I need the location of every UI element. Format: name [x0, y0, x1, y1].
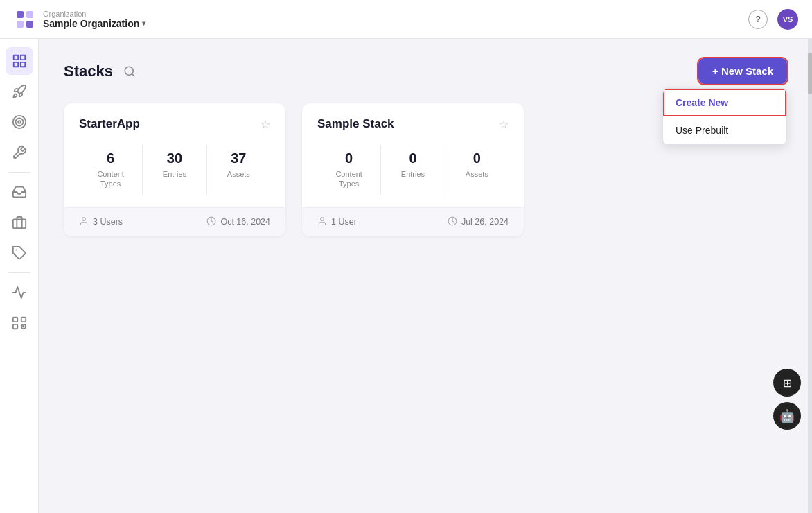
- svg-rect-7: [13, 62, 17, 67]
- svg-rect-2: [26, 11, 33, 18]
- date-meta-samplestack: Jul 26, 2024: [448, 216, 509, 228]
- users-meta-samplestack: 1 User: [317, 216, 357, 228]
- card-footer-starterapp: 3 Users Oct 16, 2024: [64, 207, 285, 236]
- page-title: Stacks: [64, 62, 113, 80]
- sidebar-item-rocket[interactable]: [6, 78, 33, 105]
- star-button-starterapp[interactable]: ☆: [261, 118, 270, 131]
- users-icon-samplestack: [317, 216, 327, 228]
- card-title-starterapp: StarterApp: [79, 117, 140, 131]
- card-stats-samplestack: 0 ContentTypes 0 Entries 0 Assets: [317, 145, 509, 195]
- scrollbar[interactable]: [808, 39, 812, 513]
- users-meta-starterapp: 3 Users: [79, 216, 123, 228]
- card-body-starterapp: StarterApp ☆ 6 ContentTypes 30 Entries: [64, 103, 285, 207]
- stack-card-starterapp: StarterApp ☆ 6 ContentTypes 30 Entries: [64, 103, 285, 236]
- date-meta-starterapp: Oct 16, 2024: [206, 216, 270, 228]
- stat-entries-samplestack: 0 Entries: [381, 145, 445, 195]
- sidebar-item-activity[interactable]: [6, 279, 33, 306]
- clock-icon-samplestack: [448, 216, 457, 228]
- svg-rect-3: [17, 21, 24, 28]
- sidebar-item-target[interactable]: [6, 108, 33, 136]
- new-stack-button[interactable]: + New Stack: [698, 58, 787, 84]
- page-header: Stacks + New Stack Create New Use Prebui…: [64, 58, 787, 84]
- date-label-samplestack: Jul 26, 2024: [461, 217, 509, 227]
- star-button-samplestack[interactable]: ☆: [499, 118, 509, 131]
- scrollbar-thumb[interactable]: [808, 53, 812, 94]
- svg-rect-12: [12, 219, 25, 228]
- svg-point-10: [15, 119, 23, 126]
- card-header-starterapp: StarterApp ☆: [79, 117, 270, 131]
- page-title-row: Stacks: [64, 62, 139, 81]
- avatar[interactable]: VS: [777, 9, 798, 30]
- svg-point-11: [18, 121, 21, 123]
- stat-assets-starterapp: 37 Assets: [207, 145, 270, 195]
- org-dropdown-arrow: ▾: [142, 19, 145, 27]
- svg-rect-16: [12, 324, 17, 329]
- svg-line-19: [132, 73, 134, 76]
- sidebar-item-briefcase[interactable]: [6, 209, 33, 236]
- sidebar-item-settings[interactable]: [6, 309, 33, 337]
- users-icon-starterapp: [79, 216, 89, 228]
- create-new-option[interactable]: Create New: [663, 89, 786, 116]
- card-title-samplestack: Sample Stack: [317, 117, 394, 131]
- stack-card-samplestack: Sample Stack ☆ 0 ContentTypes 0 Entries: [302, 103, 524, 236]
- logo-icon: [14, 8, 36, 31]
- help-button[interactable]: ?: [748, 10, 768, 29]
- search-button[interactable]: [120, 62, 139, 81]
- stat-content-types-samplestack: 0 ContentTypes: [317, 145, 381, 195]
- svg-rect-4: [26, 21, 33, 28]
- content-area: Stacks + New Stack Create New Use Prebui…: [39, 39, 812, 513]
- stat-content-types-starterapp: 6 ContentTypes: [79, 145, 143, 195]
- org-label: Organization: [43, 10, 145, 18]
- new-stack-dropdown: Create New Use Prebuilt: [662, 88, 787, 145]
- svg-rect-6: [20, 55, 24, 60]
- date-label-starterapp: Oct 16, 2024: [220, 217, 270, 227]
- org-name-dropdown[interactable]: Sample Organization ▾: [43, 18, 145, 29]
- svg-rect-8: [20, 62, 24, 67]
- sidebar-item-tool[interactable]: [6, 139, 33, 166]
- svg-rect-1: [17, 11, 24, 18]
- sidebar-item-inbox[interactable]: [6, 178, 33, 206]
- sidebar-divider-1: [8, 172, 30, 173]
- sidebar-item-puzzle[interactable]: [6, 239, 33, 267]
- clock-icon-starterapp: [206, 216, 216, 228]
- users-label-samplestack: 1 User: [331, 217, 357, 227]
- card-body-samplestack: Sample Stack ☆ 0 ContentTypes 0 Entries: [302, 103, 524, 207]
- stat-entries-starterapp: 30 Entries: [143, 145, 206, 195]
- users-label-starterapp: 3 Users: [93, 217, 123, 227]
- org-info: Organization Sample Organization ▾: [43, 10, 145, 29]
- float-buttons: ⊞ 🤖: [773, 369, 801, 430]
- card-footer-samplestack: 1 User Jul 26, 2024: [302, 207, 524, 236]
- stat-assets-samplestack: 0 Assets: [445, 145, 509, 195]
- sidebar: [0, 39, 39, 513]
- svg-point-22: [321, 217, 324, 220]
- topbar-left: Organization Sample Organization ▾: [14, 8, 145, 31]
- svg-point-20: [82, 217, 86, 220]
- svg-rect-14: [12, 318, 17, 322]
- svg-rect-15: [21, 318, 25, 322]
- chat-float-button[interactable]: 🤖: [773, 402, 801, 430]
- svg-rect-5: [13, 55, 17, 60]
- topbar-right: ? VS: [748, 9, 798, 30]
- sidebar-item-grid[interactable]: [6, 47, 33, 75]
- main-layout: Stacks + New Stack Create New Use Prebui…: [0, 39, 812, 513]
- apps-float-button[interactable]: ⊞: [773, 369, 801, 397]
- card-stats-starterapp: 6 ContentTypes 30 Entries 37 Assets: [79, 145, 270, 195]
- card-header-samplestack: Sample Stack ☆: [317, 117, 509, 131]
- sidebar-divider-2: [8, 272, 30, 273]
- use-prebuilt-option[interactable]: Use Prebuilt: [663, 116, 786, 144]
- new-stack-wrapper: + New Stack Create New Use Prebuilt: [698, 58, 787, 84]
- topbar: Organization Sample Organization ▾ ? VS: [0, 0, 812, 39]
